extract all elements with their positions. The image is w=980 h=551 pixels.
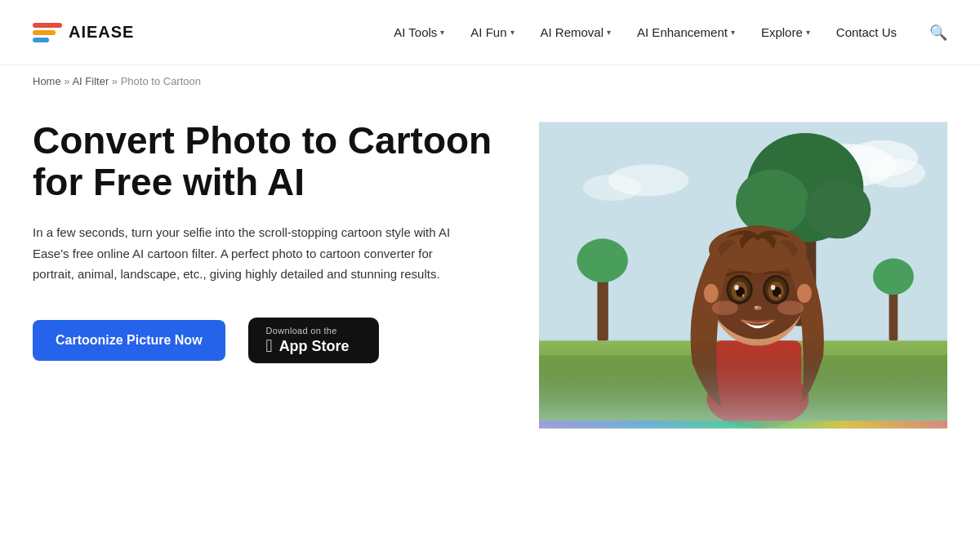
site-header: AIEASE AI Tools ▾ AI Fun ▾ AI Removal ▾ … [0,0,980,65]
app-store-top-text: Download on the [266,326,337,335]
hero-image [539,104,947,447]
hero-title: Convert Photo to Cartoon for Free with A… [33,120,506,202]
app-store-label: App Store [279,339,350,353]
nav-contact[interactable]: Contact Us [836,25,897,39]
cta-row: Cartoonize Picture Now Download on the … [33,318,506,363]
left-section: Convert Photo to Cartoon for Free with A… [33,104,506,363]
right-section [539,104,947,455]
svg-rect-43 [539,122,947,429]
breadcrumb-separator: » [64,75,72,87]
chevron-down-icon: ▾ [731,28,735,37]
nav-ai-tools[interactable]: AI Tools ▾ [394,25,444,39]
svg-rect-1 [33,30,56,35]
logo-icon [33,21,62,44]
main-content: Convert Photo to Cartoon for Free with A… [0,87,980,544]
app-store-main-row:  App Store [266,337,350,355]
nav-ai-removal[interactable]: AI Removal ▾ [541,25,612,39]
app-store-button[interactable]: Download on the  App Store [248,318,379,363]
logo-text: AIEASE [69,23,134,42]
breadcrumb-ai-filter[interactable]: AI Filter [72,75,109,87]
chevron-down-icon: ▾ [510,28,514,37]
search-icon[interactable]: 🔍 [929,24,947,42]
svg-rect-0 [33,23,62,28]
svg-rect-44 [539,421,947,429]
apple-icon:  [266,337,273,355]
main-nav: AI Tools ▾ AI Fun ▾ AI Removal ▾ AI Enha… [394,24,947,42]
logo[interactable]: AIEASE [33,21,134,44]
breadcrumb-home[interactable]: Home [33,75,61,87]
cartoonize-button[interactable]: Cartoonize Picture Now [33,320,225,361]
breadcrumb: Home » AI Filter » Photo to Cartoon [0,65,980,87]
nav-ai-fun[interactable]: AI Fun ▾ [470,25,514,39]
nav-explore[interactable]: Explore ▾ [761,25,810,39]
chevron-down-icon: ▾ [440,28,444,37]
breadcrumb-separator2: » [112,75,121,87]
nav-ai-enhancement[interactable]: AI Enhancement ▾ [637,25,735,39]
chevron-down-icon: ▾ [607,28,611,37]
hero-description: In a few seconds, turn your selfie into … [33,222,457,285]
svg-rect-2 [33,38,49,42]
chevron-down-icon: ▾ [806,28,810,37]
anime-illustration [539,104,947,447]
breadcrumb-current: Photo to Cartoon [121,75,201,87]
